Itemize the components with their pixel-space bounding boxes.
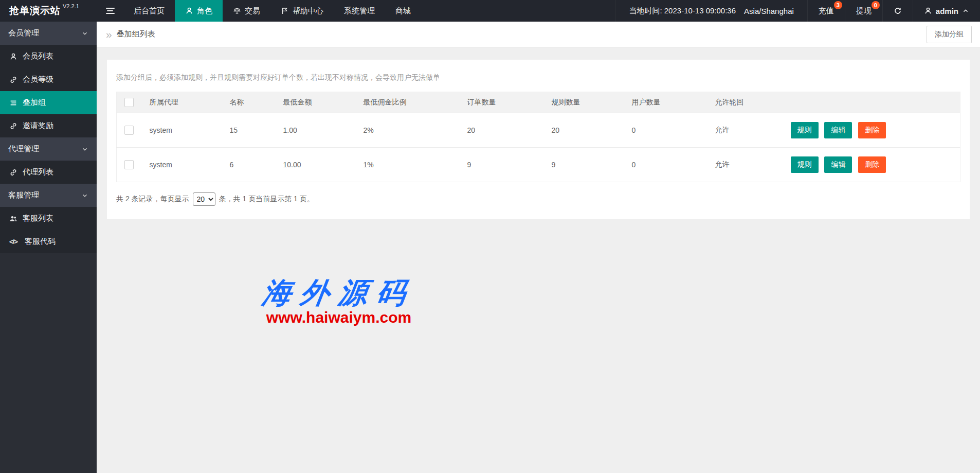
table-row: system 6 10.00 1% 9 9 0 允许 规则 编辑 删除 — [117, 148, 960, 182]
cell-users: 0 — [624, 113, 707, 148]
tab-dashboard[interactable]: 后台首页 — [123, 0, 175, 22]
withdraw-badge: 0 — [872, 1, 880, 9]
local-time-label: 当地时间: 2023-10-13 09:00:36 — [629, 6, 736, 16]
sidebar-item-invite-reward[interactable]: 邀请奖励 — [0, 114, 97, 137]
sidebar-item-service-code[interactable]: </> 客服代码 — [0, 230, 97, 253]
chevron-down-icon — [81, 30, 88, 37]
link-icon — [9, 122, 17, 130]
code-icon: </> — [9, 238, 20, 246]
chevron-down-icon — [81, 146, 88, 153]
withdraw-label: 提现 — [856, 6, 872, 16]
sidebar-section-member-management[interactable]: 会员管理 — [0, 22, 97, 45]
sidebar-item-agent-list[interactable]: 代理列表 — [0, 161, 97, 184]
sidebar-item-overlay-group[interactable]: 叠加组 — [0, 91, 97, 114]
sidebar-item-member-list[interactable]: 会员列表 — [0, 45, 97, 68]
recharge-badge: 3 — [834, 1, 842, 9]
col-rules: 规则数量 — [544, 92, 624, 113]
edit-button[interactable]: 编辑 — [824, 122, 852, 138]
chevron-up-icon — [962, 7, 969, 14]
delete-button[interactable]: 删除 — [858, 122, 886, 138]
cell-min-commission: 1% — [356, 148, 460, 182]
sidebar-item-label: 邀请奖励 — [23, 121, 53, 131]
pagination: 共 2 条记录，每页显示 20 条，共 1 页当前显示第 1 页。 — [116, 192, 960, 206]
tab-system[interactable]: 系统管理 — [334, 0, 385, 22]
tab-label: 后台首页 — [134, 6, 165, 16]
refresh-icon — [894, 7, 902, 15]
col-agent: 所属代理 — [142, 92, 222, 113]
link-icon — [9, 168, 17, 177]
topbar-right: 当地时间: 2023-10-13 09:00:36 Asia/Shanghai … — [615, 0, 980, 22]
sidebar-section-label: 客服管理 — [8, 190, 39, 200]
recharge-button[interactable]: 充值 3 — [807, 0, 845, 22]
sidebar-section-label: 代理管理 — [8, 144, 39, 154]
app-root: 抢单演示站 V2.2.1 后台首页 角色 交易 — [0, 0, 980, 473]
sidebar-item-label: 会员列表 — [23, 51, 53, 61]
edit-button[interactable]: 编辑 — [824, 156, 852, 173]
app-logo: 抢单演示站 V2.2.1 — [0, 0, 97, 22]
page-title: 叠加组列表 — [117, 29, 155, 39]
group-table: 所属代理 名称 最低金额 最低佣金比例 订单数量 规则数量 用户数量 允许轮回 — [116, 92, 960, 182]
withdraw-button[interactable]: 提现 0 — [845, 0, 882, 22]
tab-roles[interactable]: 角色 — [175, 0, 223, 22]
cell-min-amount: 1.00 — [276, 113, 356, 148]
sidebar-item-label: 会员等级 — [23, 75, 53, 84]
add-group-button[interactable]: 添加分组 — [927, 26, 972, 43]
cell-agent: system — [142, 148, 222, 182]
sidebar-section-label: 会员管理 — [8, 28, 39, 38]
local-time: 当地时间: 2023-10-13 09:00:36 Asia/Shanghai — [615, 0, 807, 22]
col-min-commission: 最低佣金比例 — [356, 92, 460, 113]
cell-loop: 允许 — [707, 113, 783, 148]
tab-label: 商城 — [395, 6, 411, 16]
top-navigation: 后台首页 角色 交易 帮助中心 系统管理 — [123, 0, 421, 22]
rules-button[interactable]: 规则 — [791, 156, 819, 173]
sidebar-section-service-management[interactable]: 客服管理 — [0, 184, 97, 207]
content-area: 添加分组后，必须添加规则，并且规则需要对应好订单个数，若出现不对称情况，会导致用… — [97, 47, 980, 232]
tab-help-center[interactable]: 帮助中心 — [270, 0, 334, 22]
sidebar-item-label: 叠加组 — [23, 98, 46, 108]
topbar: 抢单演示站 V2.2.1 后台首页 角色 交易 — [0, 0, 980, 22]
flag-icon — [281, 7, 289, 15]
cell-rules: 9 — [544, 148, 624, 182]
col-orders: 订单数量 — [460, 92, 544, 113]
col-min-amount: 最低金额 — [276, 92, 356, 113]
select-all-checkbox[interactable] — [124, 98, 134, 107]
tab-trade[interactable]: 交易 — [223, 0, 270, 22]
user-icon — [185, 7, 193, 15]
app-version: V2.2.1 — [63, 3, 79, 9]
col-name: 名称 — [222, 92, 276, 113]
recharge-label: 充值 — [819, 6, 834, 16]
menu-spread-icon[interactable] — [97, 0, 123, 22]
admin-name: admin — [936, 7, 958, 15]
app-title: 抢单演示站 — [9, 4, 61, 17]
refresh-button[interactable] — [882, 0, 913, 22]
main-area: » 叠加组列表 添加分组 添加分组后，必须添加规则，并且规则需要对应好订单个数，… — [97, 22, 980, 473]
cell-name: 6 — [222, 148, 276, 182]
tab-label: 系统管理 — [344, 6, 375, 16]
tab-label: 交易 — [245, 6, 260, 16]
row-checkbox[interactable] — [124, 160, 134, 169]
timezone-label: Asia/Shanghai — [744, 7, 794, 15]
rules-button[interactable]: 规则 — [791, 122, 819, 138]
list-icon — [9, 99, 17, 107]
cell-orders: 20 — [460, 113, 544, 148]
sidebar-item-service-list[interactable]: 客服列表 — [0, 207, 97, 230]
link-icon — [9, 76, 17, 84]
delete-button[interactable]: 删除 — [858, 156, 886, 173]
table-row: system 15 1.00 2% 20 20 0 允许 规则 编辑 删除 — [117, 113, 960, 148]
cell-min-amount: 10.00 — [276, 148, 356, 182]
admin-menu[interactable]: admin — [913, 0, 980, 22]
sidebar: 会员管理 会员列表 会员等级 叠加组 邀请奖励 代理管理 代理列表 客服管理 — [0, 22, 97, 473]
tab-mall[interactable]: 商城 — [385, 0, 421, 22]
breadcrumb-bar: » 叠加组列表 添加分组 — [97, 22, 980, 47]
row-checkbox[interactable] — [124, 126, 134, 135]
cell-rules: 20 — [544, 113, 624, 148]
sidebar-item-label: 代理列表 — [23, 167, 53, 177]
sidebar-section-agent-management[interactable]: 代理管理 — [0, 137, 97, 161]
notice-text: 添加分组后，必须添加规则，并且规则需要对应好订单个数，若出现不对称情况，会导致用… — [116, 73, 960, 82]
sidebar-item-member-level[interactable]: 会员等级 — [0, 68, 97, 91]
cell-actions: 规则 编辑 删除 — [783, 148, 960, 182]
page-size-select[interactable]: 20 — [193, 192, 215, 206]
tab-label: 帮助中心 — [293, 6, 323, 16]
group-list-card: 添加分组后，必须添加规则，并且规则需要对应好订单个数，若出现不对称情况，会导致用… — [107, 60, 970, 219]
cell-agent: system — [142, 113, 222, 148]
